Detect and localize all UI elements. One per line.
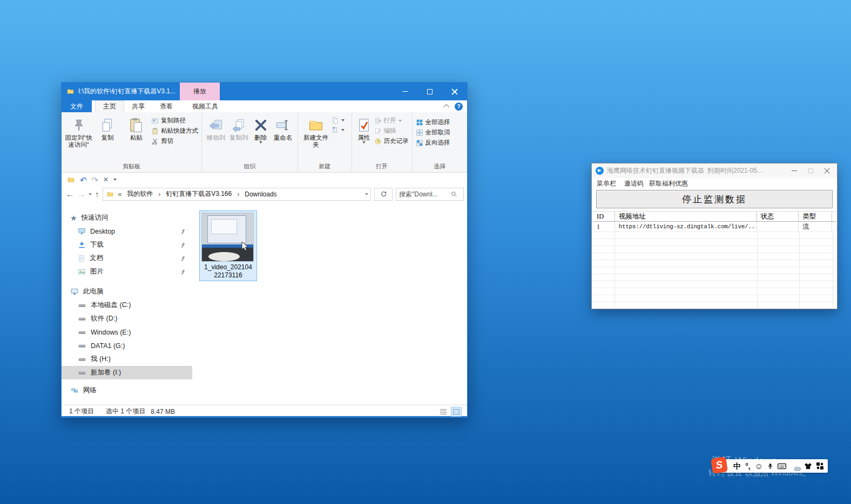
sidebar-item-drive-i[interactable]: 新加卷 (I:) (62, 366, 192, 379)
paste-button[interactable]: 粘贴 (123, 115, 150, 141)
recent-locations-icon[interactable] (89, 193, 92, 195)
sidebar-item-drive-g[interactable]: DATA1 (G:) (62, 339, 192, 352)
delete-button[interactable]: 删除 (251, 115, 271, 144)
sidebar-item-drive-d[interactable]: 软件 (D:) (62, 312, 192, 325)
sidebar-item-this-pc[interactable]: 此电脑 (62, 285, 192, 298)
maximize-button[interactable] (417, 83, 442, 100)
easy-access-button[interactable] (332, 126, 345, 134)
breadcrumb-overflow[interactable]: « (117, 190, 124, 198)
invert-selection-label: 反向选择 (426, 139, 450, 147)
search-input[interactable] (399, 190, 449, 198)
sidebar-item-network[interactable]: 网络 (62, 384, 192, 397)
desktop-icon (78, 227, 86, 235)
rename-button[interactable]: 重命名 (272, 115, 294, 141)
refresh-button[interactable] (374, 188, 393, 201)
menu-item-invite-code[interactable]: 邀请码 (624, 179, 644, 188)
forward-button[interactable]: → (77, 189, 85, 199)
sidebar-item-documents[interactable]: 文档 (62, 251, 192, 265)
address-bar[interactable]: « 我的软件 › 钉钉直播下载器V3.166 › Downloads (103, 188, 372, 201)
table-row[interactable]: 1 https://dtliving-sz.dingtalk.com/live/… (593, 222, 836, 232)
maximize-button[interactable] (802, 164, 819, 178)
skin-button[interactable] (804, 462, 812, 469)
close-button[interactable] (819, 164, 835, 178)
paste-shortcut-button[interactable]: 粘贴快捷方式 (151, 127, 198, 135)
pin-to-quick-access-button[interactable]: 固定到"快速访问" (65, 115, 92, 148)
folder-icon (106, 191, 114, 197)
large-icons-view-button[interactable] (451, 407, 462, 417)
sidebar-item-downloads[interactable]: 下载 (62, 238, 192, 251)
undo-button[interactable]: ↶ (80, 176, 87, 184)
minimize-button[interactable] (393, 83, 417, 100)
sidebar-item-quick-access[interactable]: ★ 快速访问 (62, 211, 192, 224)
copy-to-button[interactable]: 复制到 (228, 115, 249, 141)
downloader-titlebar[interactable]: 海鹰网络技术钉钉直播视频下载器 到期时间2021-05... (592, 164, 837, 178)
tab-video-tools[interactable]: 视频工具 (185, 100, 226, 112)
sidebar-item-drive-c[interactable]: 本地磁盘 (C:) (62, 298, 192, 312)
punctuation-button[interactable]: °, (745, 462, 751, 470)
address-dropdown-icon[interactable] (365, 193, 368, 195)
breadcrumb-item[interactable]: 钉钉直播下载器V3.166 (165, 189, 233, 199)
voice-input-button[interactable] (767, 462, 773, 470)
new-item-button[interactable] (332, 117, 345, 124)
file-explorer-window: I:\我的软件\钉钉直播下载器V3.1... 播放 文件 主页 共享 查看 视频… (61, 82, 468, 418)
cut-button[interactable]: 剪切 (151, 137, 198, 145)
breadcrumb-item[interactable]: Downloads (244, 190, 278, 198)
cell-type: 流 (799, 222, 832, 231)
close-button[interactable] (442, 83, 467, 100)
account-button[interactable]: 12 (791, 462, 800, 470)
tab-view[interactable]: 查看 (152, 100, 180, 112)
toolbox-button[interactable] (816, 462, 823, 469)
up-button[interactable]: ↑ (95, 189, 99, 199)
copy-path-button[interactable]: 复制路径 (151, 117, 198, 125)
open-button[interactable]: 打开 (374, 117, 409, 125)
sidebar-item-desktop[interactable]: Desktop (62, 224, 192, 238)
invert-selection-button[interactable]: 反向选择 (416, 139, 450, 147)
this-pc-label: 此电脑 (83, 287, 104, 296)
file-list-area[interactable]: 1_video_202104 22173116 (192, 203, 467, 405)
emoji-button[interactable]: ☺ (755, 461, 763, 471)
details-view-button[interactable] (438, 407, 449, 417)
header-id[interactable]: ID (593, 212, 615, 221)
stop-monitoring-button[interactable]: 停止监测数据 (596, 190, 833, 208)
delete-button-qat[interactable]: × (103, 175, 108, 184)
sidebar-item-drive-h[interactable]: 我 (H:) (62, 352, 192, 366)
select-all-button[interactable]: 全部选择 (416, 118, 450, 126)
back-button[interactable]: ← (66, 189, 74, 199)
tab-home[interactable]: 主页 (95, 100, 124, 112)
play-context-tab[interactable]: 播放 (180, 83, 220, 100)
tab-share[interactable]: 共享 (124, 100, 152, 112)
tab-file[interactable]: 文件 (62, 100, 92, 112)
sogou-logo-icon[interactable]: S (711, 457, 728, 474)
folder-icon[interactable] (67, 176, 75, 183)
customize-toolbar-icon[interactable] (113, 179, 117, 181)
copy-button[interactable]: 复制 (93, 115, 121, 141)
collapse-ribbon-icon[interactable] (443, 104, 449, 110)
header-video-url[interactable]: 视频地址 (615, 212, 757, 221)
navigation-pane: ★ 快速访问 Desktop 下载 文档 图片 (62, 203, 192, 405)
header-status[interactable]: 状态 (757, 212, 799, 221)
sogou-input-toolbar: S 中 °, ☺ 12 (719, 459, 828, 473)
sidebar-item-pictures[interactable]: 图片 (62, 265, 192, 278)
sidebar-item-drive-e[interactable]: Windows (E:) (62, 325, 192, 339)
history-button[interactable]: 历史记录 (374, 137, 409, 145)
edit-button[interactable]: 编辑 (374, 127, 409, 135)
breadcrumb-item[interactable]: 我的软件 (126, 189, 154, 199)
properties-button[interactable]: 属性 (355, 115, 373, 144)
copy-path-icon (151, 117, 159, 125)
window-title: I:\我的软件\钉钉直播下载器V3.1... (78, 87, 175, 96)
help-icon[interactable]: ? (455, 103, 463, 111)
minimize-button[interactable] (786, 164, 802, 178)
new-folder-button[interactable]: 新建文件夹 (301, 115, 330, 148)
header-type[interactable]: 类型 (799, 212, 832, 221)
explorer-titlebar[interactable]: I:\我的软件\钉钉直播下载器V3.1... 播放 (62, 83, 467, 100)
menu-item-menubar[interactable]: 菜单栏 (597, 179, 616, 188)
soft-keyboard-button[interactable] (778, 463, 786, 469)
search-box[interactable] (396, 188, 464, 201)
menu-item-benefits[interactable]: 获取福利优惠 (649, 179, 688, 188)
redo-button[interactable]: ↷ (92, 176, 99, 184)
move-to-button[interactable]: 移动到 (205, 115, 227, 141)
select-none-button[interactable]: 全部取消 (416, 128, 450, 137)
chinese-mode-button[interactable]: 中 (733, 462, 741, 470)
rename-label: 重命名 (274, 134, 293, 141)
file-item-video[interactable]: 1_video_202104 22173116 (199, 210, 257, 281)
